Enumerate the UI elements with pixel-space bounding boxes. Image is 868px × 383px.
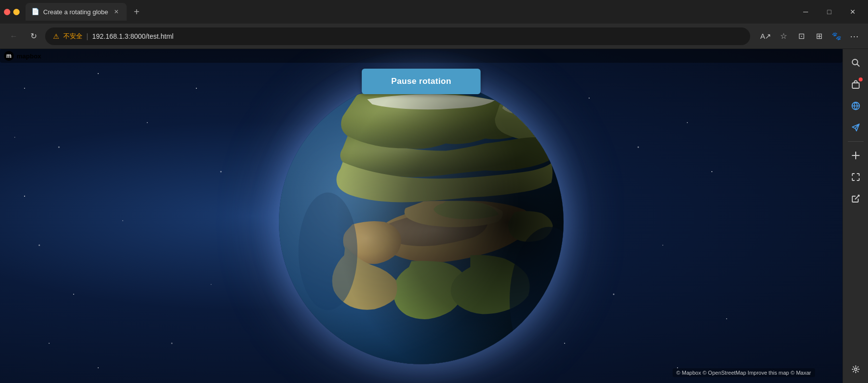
- collections-button[interactable]: ⊞: [811, 28, 827, 44]
- share-icon: [851, 194, 861, 204]
- sidebar-share-button[interactable]: [846, 189, 866, 208]
- svg-point-21: [711, 171, 712, 172]
- security-warning-icon: ⚠: [53, 32, 59, 40]
- svg-point-23: [211, 284, 212, 285]
- svg-point-10: [98, 367, 99, 368]
- sidebar-scan-button[interactable]: [846, 167, 866, 187]
- globe-sphere[interactable]: [279, 79, 564, 364]
- svg-point-18: [613, 294, 615, 295]
- back-button[interactable]: ←: [6, 28, 22, 44]
- address-divider: |: [86, 32, 88, 40]
- minimize-button[interactable]: ─: [794, 4, 817, 20]
- sidebar-divider-1: [848, 141, 864, 142]
- window-controls: ─ □ ✕: [794, 4, 864, 20]
- minimize-traffic-light[interactable]: [13, 9, 20, 15]
- svg-point-6: [122, 220, 123, 221]
- add-icon: [851, 151, 861, 160]
- globe-container[interactable]: [279, 79, 564, 364]
- svg-point-3: [147, 122, 148, 123]
- tab-title: Create a rotating globe: [43, 8, 108, 16]
- traffic-lights: [4, 9, 20, 15]
- tab-favicon: 📄: [31, 8, 39, 16]
- copyright-attribution: © Mapbox © OpenStreetMap Improve this ma…: [673, 368, 815, 377]
- svg-point-19: [564, 343, 565, 344]
- security-label: 不安全: [63, 32, 82, 41]
- pause-rotation-button[interactable]: Pause rotation: [362, 69, 481, 94]
- tab-close-button[interactable]: ✕: [112, 7, 121, 16]
- more-options-button[interactable]: ⋯: [846, 28, 862, 44]
- address-field[interactable]: ⚠ 不安全 | 192.168.1.3:8000/test.html: [45, 27, 750, 45]
- sidebar-search-button[interactable]: [846, 53, 866, 73]
- improve-map-text[interactable]: Improve this map: [748, 370, 789, 376]
- right-sidebar: [842, 49, 868, 383]
- address-bar: ← ↻ ⚠ 不安全 | 192.168.1.3:8000/test.html A…: [0, 24, 868, 49]
- svg-point-1: [58, 147, 60, 148]
- sidebar-send-button[interactable]: [846, 118, 866, 137]
- svg-point-22: [14, 137, 15, 138]
- window-close-button[interactable]: ✕: [841, 4, 864, 20]
- svg-point-15: [638, 147, 639, 148]
- svg-point-7: [196, 88, 197, 89]
- svg-point-11: [171, 343, 173, 344]
- address-url: 192.168.1.3:8000/test.html: [92, 32, 174, 40]
- svg-point-12: [24, 196, 25, 197]
- reload-button[interactable]: ↻: [26, 28, 41, 44]
- svg-point-4: [39, 245, 40, 246]
- svg-point-39: [854, 368, 857, 371]
- globe-viewport: Pause rotation m mapbox © Mapbox © OpenS…: [0, 49, 842, 383]
- new-tab-button[interactable]: +: [129, 4, 144, 20]
- svg-point-17: [687, 122, 688, 123]
- scan-icon: [851, 172, 861, 182]
- active-tab[interactable]: 📄 Create a rotating globe ✕: [26, 3, 127, 21]
- title-bar: 📄 Create a rotating globe ✕ + ─ □ ✕: [0, 0, 868, 24]
- sidebar-browser-icon-button[interactable]: [846, 96, 866, 116]
- search-icon: [851, 58, 861, 68]
- send-icon: [851, 123, 861, 132]
- svg-point-9: [49, 343, 50, 344]
- svg-point-8: [220, 171, 222, 173]
- browser-window: 📄 Create a rotating globe ✕ + ─ □ ✕ ← ↻ …: [0, 0, 868, 383]
- browser-icon: [851, 101, 861, 111]
- sidebar-shopping-button[interactable]: [846, 75, 866, 94]
- svg-point-20: [662, 245, 663, 246]
- svg-point-2: [98, 73, 99, 74]
- close-traffic-light[interactable]: [4, 9, 10, 15]
- maximize-button[interactable]: □: [818, 4, 841, 20]
- favorites-button[interactable]: ☆: [776, 28, 791, 44]
- svg-point-14: [589, 98, 590, 99]
- svg-rect-35: [852, 83, 859, 88]
- svg-point-32: [279, 79, 564, 364]
- shopping-bag-icon: [851, 79, 861, 89]
- copyright-text: © Mapbox © OpenStreetMap: [677, 370, 746, 376]
- sidebar-add-button[interactable]: [846, 146, 866, 165]
- tab-bar: 📄 Create a rotating globe ✕ +: [26, 3, 790, 21]
- maxar-text: © Maxar: [790, 370, 811, 376]
- profile-button[interactable]: 🐾: [829, 28, 844, 44]
- content-area: Pause rotation m mapbox © Mapbox © OpenS…: [0, 49, 868, 383]
- settings-icon: [851, 364, 861, 374]
- svg-point-5: [73, 294, 74, 295]
- svg-point-24: [726, 318, 727, 319]
- svg-point-0: [24, 88, 25, 89]
- globe-map-svg: [279, 79, 564, 364]
- read-aloud-button[interactable]: A↗: [758, 28, 774, 44]
- reading-view-button[interactable]: ⊡: [793, 28, 809, 44]
- address-actions: A↗ ☆ ⊡ ⊞ 🐾 ⋯: [758, 28, 862, 44]
- svg-line-34: [857, 64, 859, 67]
- sidebar-settings-button[interactable]: [846, 359, 866, 379]
